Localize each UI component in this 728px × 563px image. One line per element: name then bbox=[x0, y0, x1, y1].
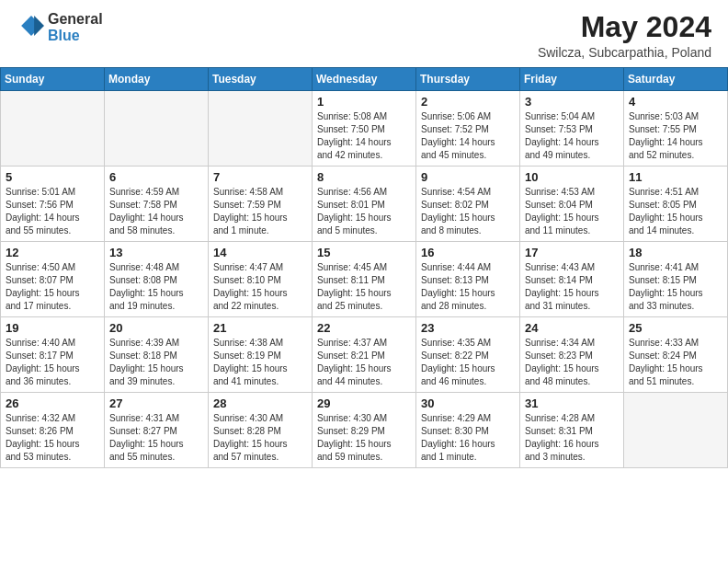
title-block: May 2024 Swilcza, Subcarpathia, Poland bbox=[538, 11, 711, 60]
calendar-cell: 20Sunrise: 4:39 AMSunset: 8:18 PMDayligh… bbox=[105, 317, 209, 393]
day-number: 4 bbox=[629, 95, 722, 109]
day-number: 17 bbox=[525, 246, 619, 259]
cell-info: Sunrise: 4:41 AMSunset: 8:15 PMDaylight:… bbox=[629, 261, 722, 313]
weekday-header-monday: Monday bbox=[105, 68, 209, 91]
calendar-cell: 9Sunrise: 4:54 AMSunset: 8:02 PMDaylight… bbox=[416, 167, 520, 242]
weekday-header-saturday: Saturday bbox=[624, 68, 728, 91]
calendar-cell: 10Sunrise: 4:53 AMSunset: 8:04 PMDayligh… bbox=[520, 167, 624, 242]
calendar-cell: 24Sunrise: 4:34 AMSunset: 8:23 PMDayligh… bbox=[520, 317, 624, 393]
day-number: 15 bbox=[317, 246, 411, 259]
day-number: 18 bbox=[629, 246, 722, 259]
calendar-cell bbox=[209, 91, 313, 167]
cell-info: Sunrise: 4:35 AMSunset: 8:22 PMDaylight:… bbox=[421, 337, 515, 388]
calendar-cell: 2Sunrise: 5:06 AMSunset: 7:52 PMDaylight… bbox=[416, 91, 520, 167]
cell-info: Sunrise: 4:48 AMSunset: 8:08 PMDaylight:… bbox=[109, 261, 203, 313]
calendar-week-row: 12Sunrise: 4:50 AMSunset: 8:07 PMDayligh… bbox=[1, 242, 728, 317]
calendar-cell: 11Sunrise: 4:51 AMSunset: 8:05 PMDayligh… bbox=[624, 167, 728, 242]
cell-info: Sunrise: 4:54 AMSunset: 8:02 PMDaylight:… bbox=[421, 186, 515, 237]
logo-general-text: General bbox=[48, 11, 103, 27]
weekday-header-row: SundayMondayTuesdayWednesdayThursdayFrid… bbox=[1, 68, 728, 91]
calendar-cell bbox=[105, 91, 209, 167]
day-number: 6 bbox=[109, 170, 203, 184]
day-number: 10 bbox=[525, 170, 619, 184]
day-number: 27 bbox=[109, 396, 203, 410]
weekday-header-tuesday: Tuesday bbox=[209, 68, 313, 91]
calendar-cell: 13Sunrise: 4:48 AMSunset: 8:08 PMDayligh… bbox=[105, 242, 209, 317]
logo-blue-text: Blue bbox=[48, 28, 80, 43]
calendar-cell: 27Sunrise: 4:31 AMSunset: 8:27 PMDayligh… bbox=[105, 393, 209, 468]
cell-info: Sunrise: 4:45 AMSunset: 8:11 PMDaylight:… bbox=[317, 261, 411, 313]
calendar-table: SundayMondayTuesdayWednesdayThursdayFrid… bbox=[0, 67, 728, 468]
day-number: 31 bbox=[525, 396, 619, 410]
day-number: 7 bbox=[213, 170, 307, 184]
logo: General Blue bbox=[17, 11, 103, 43]
cell-info: Sunrise: 4:39 AMSunset: 8:18 PMDaylight:… bbox=[109, 337, 203, 388]
calendar-cell: 28Sunrise: 4:30 AMSunset: 8:28 PMDayligh… bbox=[209, 393, 313, 468]
cell-info: Sunrise: 4:29 AMSunset: 8:30 PMDaylight:… bbox=[421, 412, 515, 464]
calendar-cell: 16Sunrise: 4:44 AMSunset: 8:13 PMDayligh… bbox=[416, 242, 520, 317]
cell-info: Sunrise: 4:56 AMSunset: 8:01 PMDaylight:… bbox=[317, 186, 411, 237]
cell-info: Sunrise: 4:30 AMSunset: 8:29 PMDaylight:… bbox=[317, 412, 411, 464]
day-number: 23 bbox=[421, 321, 515, 335]
calendar-cell: 8Sunrise: 4:56 AMSunset: 8:01 PMDaylight… bbox=[313, 167, 416, 242]
day-number: 25 bbox=[629, 321, 722, 335]
day-number: 21 bbox=[213, 321, 307, 335]
calendar-week-row: 26Sunrise: 4:32 AMSunset: 8:26 PMDayligh… bbox=[1, 393, 728, 468]
day-number: 28 bbox=[213, 396, 307, 410]
calendar-cell: 3Sunrise: 5:04 AMSunset: 7:53 PMDaylight… bbox=[520, 91, 624, 167]
cell-info: Sunrise: 4:34 AMSunset: 8:23 PMDaylight:… bbox=[525, 337, 619, 388]
day-number: 20 bbox=[109, 321, 203, 335]
calendar-week-row: 1Sunrise: 5:08 AMSunset: 7:50 PMDaylight… bbox=[1, 91, 728, 167]
calendar-cell: 7Sunrise: 4:58 AMSunset: 7:59 PMDaylight… bbox=[209, 167, 313, 242]
cell-info: Sunrise: 5:04 AMSunset: 7:53 PMDaylight:… bbox=[525, 110, 619, 162]
month-title: May 2024 bbox=[538, 11, 711, 43]
calendar-cell: 15Sunrise: 4:45 AMSunset: 8:11 PMDayligh… bbox=[313, 242, 416, 317]
cell-info: Sunrise: 4:59 AMSunset: 7:58 PMDaylight:… bbox=[109, 186, 203, 237]
day-number: 5 bbox=[6, 170, 99, 184]
calendar-cell: 25Sunrise: 4:33 AMSunset: 8:24 PMDayligh… bbox=[624, 317, 728, 393]
day-number: 12 bbox=[6, 246, 99, 259]
day-number: 24 bbox=[525, 321, 619, 335]
calendar-cell: 12Sunrise: 4:50 AMSunset: 8:07 PMDayligh… bbox=[1, 242, 105, 317]
calendar-cell: 4Sunrise: 5:03 AMSunset: 7:55 PMDaylight… bbox=[624, 91, 728, 167]
calendar-cell: 6Sunrise: 4:59 AMSunset: 7:58 PMDaylight… bbox=[105, 167, 209, 242]
day-number: 2 bbox=[421, 95, 515, 109]
cell-info: Sunrise: 4:53 AMSunset: 8:04 PMDaylight:… bbox=[525, 186, 619, 237]
calendar-cell: 30Sunrise: 4:29 AMSunset: 8:30 PMDayligh… bbox=[416, 393, 520, 468]
day-number: 29 bbox=[317, 396, 411, 410]
page-header: General Blue May 2024 Swilcza, Subcarpat… bbox=[0, 0, 728, 67]
day-number: 16 bbox=[421, 246, 515, 259]
cell-info: Sunrise: 4:43 AMSunset: 8:14 PMDaylight:… bbox=[525, 261, 619, 313]
day-number: 3 bbox=[525, 95, 619, 109]
cell-info: Sunrise: 4:58 AMSunset: 7:59 PMDaylight:… bbox=[213, 186, 307, 237]
day-number: 22 bbox=[317, 321, 411, 335]
calendar-cell: 23Sunrise: 4:35 AMSunset: 8:22 PMDayligh… bbox=[416, 317, 520, 393]
weekday-header-wednesday: Wednesday bbox=[313, 68, 416, 91]
calendar-cell bbox=[624, 393, 728, 468]
cell-info: Sunrise: 4:50 AMSunset: 8:07 PMDaylight:… bbox=[6, 261, 99, 313]
calendar-cell: 29Sunrise: 4:30 AMSunset: 8:29 PMDayligh… bbox=[313, 393, 416, 468]
svg-marker-1 bbox=[34, 16, 44, 36]
day-number: 26 bbox=[6, 396, 99, 410]
cell-info: Sunrise: 4:33 AMSunset: 8:24 PMDaylight:… bbox=[629, 337, 722, 388]
calendar-week-row: 19Sunrise: 4:40 AMSunset: 8:17 PMDayligh… bbox=[1, 317, 728, 393]
cell-info: Sunrise: 4:32 AMSunset: 8:26 PMDaylight:… bbox=[6, 412, 99, 464]
calendar-cell: 19Sunrise: 4:40 AMSunset: 8:17 PMDayligh… bbox=[1, 317, 105, 393]
calendar-week-row: 5Sunrise: 5:01 AMSunset: 7:56 PMDaylight… bbox=[1, 167, 728, 242]
weekday-header-sunday: Sunday bbox=[1, 68, 105, 91]
cell-info: Sunrise: 4:38 AMSunset: 8:19 PMDaylight:… bbox=[213, 337, 307, 388]
calendar-cell: 18Sunrise: 4:41 AMSunset: 8:15 PMDayligh… bbox=[624, 242, 728, 317]
calendar-cell: 14Sunrise: 4:47 AMSunset: 8:10 PMDayligh… bbox=[209, 242, 313, 317]
cell-info: Sunrise: 5:06 AMSunset: 7:52 PMDaylight:… bbox=[421, 110, 515, 162]
cell-info: Sunrise: 4:31 AMSunset: 8:27 PMDaylight:… bbox=[109, 412, 203, 464]
day-number: 14 bbox=[213, 246, 307, 259]
day-number: 9 bbox=[421, 170, 515, 184]
calendar-cell bbox=[1, 91, 105, 167]
calendar-cell: 22Sunrise: 4:37 AMSunset: 8:21 PMDayligh… bbox=[313, 317, 416, 393]
cell-info: Sunrise: 4:40 AMSunset: 8:17 PMDaylight:… bbox=[6, 337, 99, 388]
cell-info: Sunrise: 4:44 AMSunset: 8:13 PMDaylight:… bbox=[421, 261, 515, 313]
cell-info: Sunrise: 5:03 AMSunset: 7:55 PMDaylight:… bbox=[629, 110, 722, 162]
logo-icon bbox=[18, 13, 44, 39]
cell-info: Sunrise: 4:51 AMSunset: 8:05 PMDaylight:… bbox=[629, 186, 722, 237]
day-number: 19 bbox=[6, 321, 99, 335]
